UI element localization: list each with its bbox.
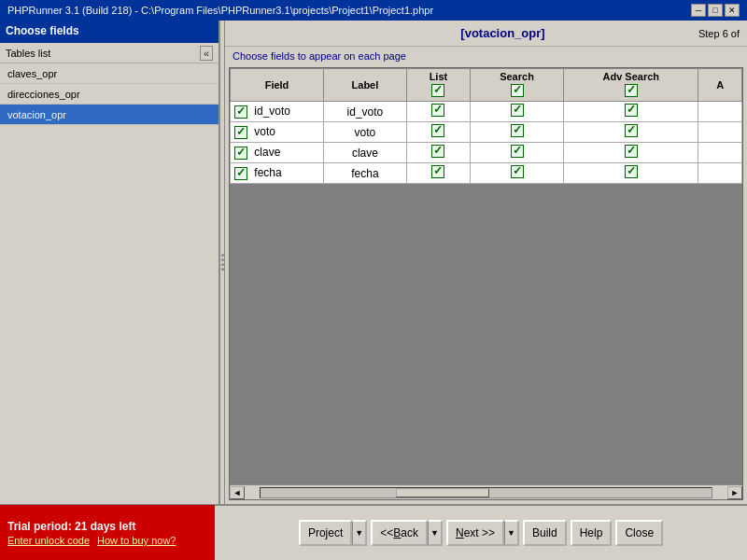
field-name-cell: id_voto xyxy=(231,102,324,122)
search-all-checkbox[interactable] xyxy=(511,84,524,97)
right-panel-header: [votacion_opr] Step 6 of xyxy=(225,21,747,47)
table-item-selected[interactable]: votacion_opr xyxy=(0,105,218,125)
field-checkbox-clave[interactable] xyxy=(234,147,247,160)
instruction-text: Choose fields to appear on each page xyxy=(225,47,747,67)
fields-table-container: Field Label List Search xyxy=(229,67,743,500)
field-name-cell: clave xyxy=(231,143,324,163)
field-label-cell: voto xyxy=(324,122,407,143)
field-advsearch-cell[interactable] xyxy=(564,102,698,122)
field-checkbox-voto[interactable] xyxy=(234,126,247,139)
field-extra-cell xyxy=(698,122,742,143)
bottom-area: Trial period: 21 days left Enter unlock … xyxy=(0,504,747,560)
minimize-button[interactable]: ─ xyxy=(691,4,706,17)
back-dropdown-arrow[interactable]: ▼ xyxy=(428,520,443,546)
list-checkbox[interactable] xyxy=(431,104,444,117)
splitter-dot xyxy=(221,263,224,266)
next-button[interactable]: Next >> xyxy=(446,520,504,546)
field-label-cell: clave xyxy=(324,143,407,163)
title-bar: PHPRunner 3.1 (Build 218) - C:\Program F… xyxy=(0,0,747,21)
field-list-cell[interactable] xyxy=(406,163,470,184)
unlock-code-link[interactable]: Enter unlock code xyxy=(7,535,90,546)
build-button[interactable]: Build xyxy=(523,520,567,546)
table-item[interactable]: direcciones_opr xyxy=(0,84,218,105)
advsearch-checkbox[interactable] xyxy=(625,104,638,117)
back-button-group: << Back ▼ xyxy=(371,520,443,546)
title-bar-controls: ─ □ ✕ xyxy=(691,4,740,17)
field-list-cell[interactable] xyxy=(406,102,470,122)
splitter-dot xyxy=(221,268,224,271)
field-checkbox-fecha[interactable] xyxy=(234,167,247,180)
col-header-label: Label xyxy=(324,69,407,102)
field-label-cell: id_voto xyxy=(324,102,407,122)
buttons-area: Project ▼ << Back ▼ Next >> ▼ Build Help… xyxy=(215,520,747,546)
field-checkbox-id_voto[interactable] xyxy=(234,105,247,119)
scroll-left-button[interactable]: ◄ xyxy=(230,486,245,499)
advsearch-all-checkbox[interactable] xyxy=(625,84,638,97)
step-label: Step 6 of xyxy=(698,28,740,39)
list-checkbox[interactable] xyxy=(431,124,444,137)
table-item[interactable]: claves_opr xyxy=(0,63,218,84)
splitter-dot xyxy=(221,254,224,257)
advsearch-checkbox[interactable] xyxy=(625,145,638,158)
field-search-cell[interactable] xyxy=(470,102,563,122)
title-bar-text: PHPRunner 3.1 (Build 218) - C:\Program F… xyxy=(7,5,433,16)
splitter-handle xyxy=(221,254,224,271)
col-header-extra: A xyxy=(698,69,742,102)
left-panel-header: Choose fields xyxy=(0,21,218,43)
search-checkbox[interactable] xyxy=(511,104,524,117)
maximize-button[interactable]: □ xyxy=(708,4,723,17)
project-dropdown-arrow[interactable]: ▼ xyxy=(352,520,367,546)
field-list-cell[interactable] xyxy=(406,122,470,143)
horizontal-scrollbar[interactable]: ◄ ► xyxy=(230,484,742,499)
project-button[interactable]: Project xyxy=(299,520,352,546)
collapse-button[interactable]: « xyxy=(200,46,213,61)
table-row: clave clave xyxy=(231,143,742,163)
list-checkbox[interactable] xyxy=(431,165,444,178)
col-header-field: Field xyxy=(231,69,324,102)
field-list-cell[interactable] xyxy=(406,143,470,163)
advsearch-checkbox[interactable] xyxy=(625,165,638,178)
search-checkbox[interactable] xyxy=(511,165,524,178)
back-button[interactable]: << Back xyxy=(371,520,428,546)
col-header-search: Search xyxy=(470,69,563,102)
advsearch-checkbox[interactable] xyxy=(625,124,638,137)
list-checkbox[interactable] xyxy=(431,145,444,158)
left-panel: Choose fields Tables list « claves_opr d… xyxy=(0,21,219,504)
right-panel: [votacion_opr] Step 6 of Choose fields t… xyxy=(225,21,747,504)
col-header-advsearch: Adv Search xyxy=(564,69,698,102)
next-dropdown-arrow[interactable]: ▼ xyxy=(504,520,519,546)
close-window-button[interactable]: ✕ xyxy=(725,4,740,17)
search-checkbox[interactable] xyxy=(511,124,524,137)
field-search-cell[interactable] xyxy=(470,163,563,184)
help-button[interactable]: Help xyxy=(571,520,613,546)
list-all-checkbox[interactable] xyxy=(431,84,444,97)
trial-info: Trial period: 21 days left Enter unlock … xyxy=(0,505,215,560)
field-label-cell: fecha xyxy=(324,163,407,184)
field-advsearch-cell[interactable] xyxy=(564,143,698,163)
trial-title: Trial period: 21 days left xyxy=(7,520,207,533)
search-checkbox[interactable] xyxy=(511,145,524,158)
table-row: id_voto id_voto xyxy=(231,102,742,122)
tables-list-header: Tables list « xyxy=(0,43,218,63)
table-row: voto voto xyxy=(231,122,742,143)
table-scroll-wrapper[interactable]: Field Label List Search xyxy=(230,68,742,484)
field-extra-cell xyxy=(698,143,742,163)
field-advsearch-cell[interactable] xyxy=(564,163,698,184)
field-advsearch-cell[interactable] xyxy=(564,122,698,143)
project-button-group: Project ▼ xyxy=(299,520,367,546)
scroll-track[interactable] xyxy=(260,487,712,498)
field-search-cell[interactable] xyxy=(470,122,563,143)
trial-links: Enter unlock code How to buy now? xyxy=(7,535,207,546)
field-extra-cell xyxy=(698,102,742,122)
buy-link[interactable]: How to buy now? xyxy=(97,535,176,546)
close-button[interactable]: Close xyxy=(615,520,663,546)
field-extra-cell xyxy=(698,163,742,184)
scroll-thumb[interactable] xyxy=(396,488,489,497)
scroll-right-button[interactable]: ► xyxy=(727,486,742,499)
main-content: Choose fields Tables list « claves_opr d… xyxy=(0,21,747,504)
panel-title: [votacion_opr] xyxy=(307,26,698,40)
field-search-cell[interactable] xyxy=(470,143,563,163)
splitter-dot xyxy=(221,259,224,261)
table-row: fecha fecha xyxy=(231,163,742,184)
next-button-group: Next >> ▼ xyxy=(446,520,519,546)
